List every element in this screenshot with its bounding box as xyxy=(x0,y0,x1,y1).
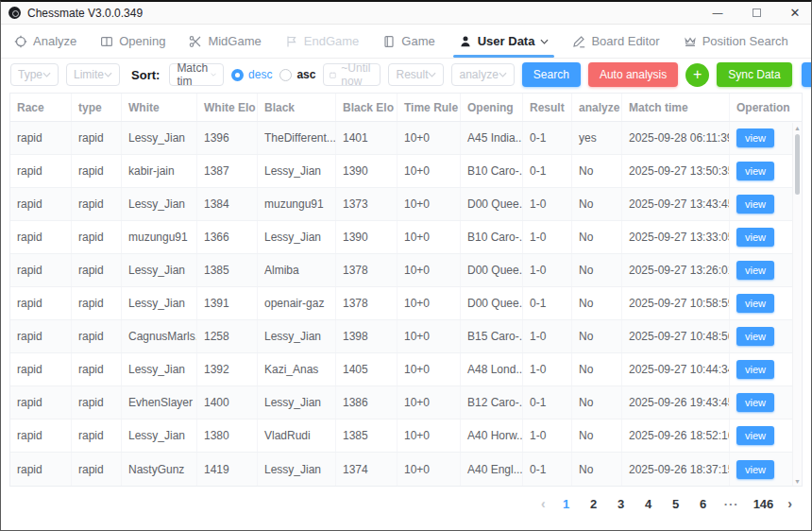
maximize-icon xyxy=(753,9,761,17)
user-icon xyxy=(459,35,472,48)
cell-time-rule: 10+0 xyxy=(398,155,461,187)
cell-result: 0-1 xyxy=(523,386,572,419)
cell-black-elo: 1398 xyxy=(336,320,398,352)
cell-time-rule: 10+0 xyxy=(398,453,461,486)
tab-user-data[interactable]: User Data xyxy=(459,25,550,58)
cell-match-time: 2025-09-27 10:48:56 xyxy=(622,320,730,352)
close-button[interactable]: ✕ xyxy=(788,7,802,20)
cell-operation: view xyxy=(730,221,802,253)
cell-match-time: 2025-09-28 06:11:39 xyxy=(622,122,730,154)
cell-black-elo: 1390 xyxy=(336,221,398,253)
page-ellipsis[interactable]: ··· xyxy=(724,497,739,511)
cell-race: rapid xyxy=(10,353,72,385)
view-button[interactable]: view xyxy=(736,294,774,313)
auto-analysis-button[interactable]: Auto analysis xyxy=(588,62,678,87)
prev-page-button[interactable]: ‹ xyxy=(541,496,546,511)
sync-data-button[interactable]: Sync Data xyxy=(717,62,791,87)
cell-white: Lessy_Jian xyxy=(122,122,197,154)
cell-black: Lessy_Jian xyxy=(258,386,336,419)
pagination: ‹ 1 2 3 4 5 6 ··· 146 › xyxy=(1,487,811,511)
scroll-down-icon[interactable]: ▼ xyxy=(793,476,802,486)
cell-match-time: 2025-09-27 13:26:01 xyxy=(622,254,730,286)
radio-desc-label: desc xyxy=(248,68,272,81)
import-pgn-button[interactable]: Import Pgn xyxy=(802,62,812,87)
cell-black-elo: 1374 xyxy=(336,453,398,486)
tab-board-editor[interactable]: Board Editor xyxy=(572,25,659,58)
tab-opening[interactable]: Opening xyxy=(100,25,165,58)
view-button[interactable]: view xyxy=(736,228,774,247)
col-time-rule: Time Rule xyxy=(398,94,461,121)
cell-white: Lessy_Jian xyxy=(122,353,197,385)
page-button-6[interactable]: 6 xyxy=(697,497,710,511)
search-button[interactable]: Search xyxy=(522,62,581,87)
col-white-elo: White Elo xyxy=(197,94,258,121)
tab-midgame[interactable]: MidGame xyxy=(189,25,261,58)
type-select-value: Type xyxy=(18,68,42,81)
cell-opening: B12 Caro-... xyxy=(461,386,523,419)
page-button-5[interactable]: 5 xyxy=(669,497,683,511)
page-button-1[interactable]: 1 xyxy=(560,497,573,511)
cell-analyze: No xyxy=(572,386,622,419)
scrollbar-thumb[interactable] xyxy=(795,134,800,195)
cell-operation: view xyxy=(730,320,802,352)
page-button-4[interactable]: 4 xyxy=(642,497,655,511)
maximize-button[interactable] xyxy=(750,7,763,20)
next-page-button[interactable]: › xyxy=(787,496,792,511)
tab-label: EndGame xyxy=(304,34,360,48)
date-range-input[interactable]: ~Until now xyxy=(323,63,381,86)
tab-position-search[interactable]: Position Search xyxy=(684,25,788,58)
view-button[interactable]: view xyxy=(736,426,774,445)
view-button[interactable]: view xyxy=(736,460,774,479)
radio-dot-icon xyxy=(279,69,292,81)
page-button-3[interactable]: 3 xyxy=(615,497,628,511)
vertical-scrollbar[interactable]: ▲ ▼ xyxy=(792,123,802,486)
sort-field-select[interactable]: Match tim xyxy=(169,63,224,86)
chevron-down-icon xyxy=(428,72,436,77)
type-select[interactable]: Type xyxy=(10,63,59,86)
table-row: rapid rapid NastyGunz 1419 Lessy_Jian 13… xyxy=(10,453,802,486)
radio-asc[interactable]: asc xyxy=(279,68,315,81)
cell-time-rule: 10+0 xyxy=(398,320,461,352)
tab-game[interactable]: Game xyxy=(382,25,434,58)
cell-analyze: No xyxy=(572,188,622,220)
cell-operation: view xyxy=(730,155,802,187)
col-black: Black xyxy=(258,94,336,121)
cell-opening: B10 Caro-... xyxy=(461,155,523,187)
limite-select[interactable]: Limite xyxy=(66,63,120,86)
cell-operation: view xyxy=(730,420,802,452)
add-button[interactable]: + xyxy=(685,63,709,87)
table-body: rapid rapid Lessy_Jian 1396 TheDifferent… xyxy=(10,122,802,486)
col-analyze: analyze xyxy=(572,94,622,121)
cell-type: rapid xyxy=(72,420,122,452)
view-button[interactable]: view xyxy=(736,393,774,412)
cell-type: rapid xyxy=(72,155,122,187)
view-button[interactable]: view xyxy=(736,327,774,346)
sort-field-value: Match tim xyxy=(177,61,211,88)
cell-result: 1-0 xyxy=(523,353,572,385)
tab-endgame: EndGame xyxy=(285,25,360,58)
view-button[interactable]: view xyxy=(736,195,774,214)
cell-black-elo: 1401 xyxy=(336,122,398,154)
cell-type: rapid xyxy=(72,188,122,220)
cell-opening: D00 Quee... xyxy=(461,287,523,319)
radio-asc-label: asc xyxy=(296,68,315,81)
view-button[interactable]: view xyxy=(736,128,774,147)
tab-analyze[interactable]: Analyze xyxy=(14,25,76,58)
view-button[interactable]: view xyxy=(736,261,774,280)
view-button[interactable]: view xyxy=(736,360,774,379)
cell-analyze: No xyxy=(572,221,622,253)
cell-white: CagnusMarls... xyxy=(122,320,197,352)
radio-desc[interactable]: desc xyxy=(231,68,272,81)
page-button-2[interactable]: 2 xyxy=(587,497,601,511)
table-row: rapid rapid Lessy_Jian 1384 muzungu91 13… xyxy=(10,188,802,221)
view-button[interactable]: view xyxy=(736,162,774,180)
cell-white-elo: 1396 xyxy=(197,122,258,154)
cell-type: rapid xyxy=(72,386,122,419)
minimize-button[interactable]: — xyxy=(711,7,724,20)
page-button-146[interactable]: 146 xyxy=(753,497,774,511)
scroll-up-icon[interactable]: ▲ xyxy=(793,123,802,132)
table-row: rapid rapid kabir-jain 1387 Lessy_Jian 1… xyxy=(10,155,802,188)
analyze-select[interactable]: analyze xyxy=(451,63,514,86)
result-select[interactable]: Result xyxy=(388,63,444,86)
open-book-icon xyxy=(100,35,113,48)
